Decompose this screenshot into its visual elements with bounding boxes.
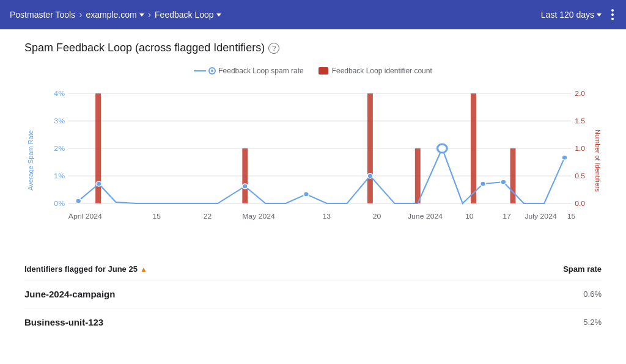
col-spam-rate-header: Spam rate — [563, 264, 602, 274]
chevron-down-icon-2 — [216, 13, 221, 16]
svg-text:20: 20 — [373, 213, 381, 220]
y-axis-left-label: Average Spam Rate — [24, 81, 34, 240]
svg-text:4%: 4% — [54, 90, 65, 97]
breadcrumb: Postmaster Tools › example.com › Feedbac… — [10, 9, 221, 20]
legend-spam-rate-label: Feedback Loop spam rate — [218, 67, 303, 75]
separator-1: › — [79, 9, 82, 20]
sort-icon[interactable]: ▲ — [140, 265, 147, 274]
svg-text:22: 22 — [204, 213, 212, 220]
dot-1 — [611, 9, 614, 12]
table-header: Identifiers flagged for June 25 ▲ Spam r… — [24, 258, 602, 280]
svg-text:1.5: 1.5 — [575, 117, 585, 125]
spam-rate-2: 5.2% — [583, 318, 602, 327]
svg-point-23 — [242, 184, 248, 189]
chart-container: Feedback Loop spam rate Feedback Loop id… — [24, 67, 602, 240]
date-range-dropdown[interactable]: Last 120 days — [541, 10, 602, 20]
identifier-name-1: June-2024-campaign — [24, 289, 115, 299]
svg-point-25 — [367, 173, 373, 178]
domain-dropdown[interactable]: example.com — [86, 10, 144, 20]
date-range-label: Last 120 days — [541, 10, 594, 20]
svg-point-24 — [303, 192, 309, 197]
section-label: Feedback Loop — [155, 10, 214, 20]
chevron-down-icon — [139, 13, 144, 16]
svg-text:15: 15 — [152, 213, 161, 220]
svg-point-27 — [481, 181, 486, 186]
legend-blue-dot — [210, 68, 215, 73]
more-options-button[interactable] — [609, 7, 616, 23]
svg-rect-18 — [415, 148, 421, 203]
col1-header-text: Identifiers flagged for June 25 — [24, 264, 138, 274]
legend-spam-rate: Feedback Loop spam rate — [194, 67, 303, 75]
svg-rect-20 — [510, 148, 516, 203]
svg-text:10: 10 — [465, 213, 474, 220]
dot-2 — [611, 13, 614, 16]
col-identifier-header: Identifiers flagged for June 25 ▲ — [24, 264, 147, 274]
svg-point-22 — [96, 181, 101, 186]
separator-2: › — [148, 9, 151, 20]
chevron-down-icon-3 — [597, 13, 602, 16]
col2-header-text: Spam rate — [563, 264, 602, 274]
legend-blue-line — [194, 70, 206, 71]
chart-svg: 4% 3% 2% 1% 0% 2.0 1.5 1.0 0.5 0.0 — [34, 81, 592, 240]
identifier-name-2: Business-unit-123 — [24, 317, 103, 327]
svg-text:13: 13 — [322, 213, 331, 220]
legend-identifier-count: Feedback Loop identifier count — [319, 67, 432, 75]
chart-legend: Feedback Loop spam rate Feedback Loop id… — [24, 67, 602, 75]
svg-point-21 — [76, 198, 81, 203]
app-name-link[interactable]: Postmaster Tools — [10, 10, 75, 20]
page-title: Spam Feedback Loop (across flagged Ident… — [24, 42, 602, 54]
svg-text:1%: 1% — [54, 172, 65, 180]
svg-text:1.0: 1.0 — [575, 145, 586, 152]
svg-text:0.5: 0.5 — [575, 172, 585, 180]
page-title-text: Spam Feedback Loop (across flagged Ident… — [24, 42, 265, 54]
main-content: Spam Feedback Loop (across flagged Ident… — [0, 29, 626, 348]
svg-text:2%: 2% — [54, 145, 65, 152]
dot-3 — [611, 18, 614, 20]
svg-text:0.0: 0.0 — [575, 200, 586, 207]
table-row: Business-unit-123 5.2% — [24, 308, 602, 336]
svg-text:17: 17 — [503, 213, 511, 220]
identifiers-table: Identifiers flagged for June 25 ▲ Spam r… — [24, 258, 602, 336]
svg-text:0%: 0% — [54, 200, 65, 207]
svg-rect-16 — [242, 148, 248, 203]
svg-text:July 2024: July 2024 — [525, 213, 557, 220]
legend-red-rect — [319, 67, 328, 75]
svg-text:April 2024: April 2024 — [68, 213, 103, 220]
help-icon[interactable]: ? — [268, 43, 279, 54]
app-header: Postmaster Tools › example.com › Feedbac… — [0, 0, 626, 29]
header-right-controls: Last 120 days — [541, 7, 616, 23]
svg-text:2.0: 2.0 — [575, 90, 586, 97]
svg-text:June 2024: June 2024 — [408, 213, 443, 220]
svg-rect-19 — [471, 93, 476, 203]
svg-rect-17 — [367, 93, 373, 203]
svg-text:3%: 3% — [54, 117, 65, 125]
svg-rect-15 — [95, 93, 101, 203]
legend-identifier-count-label: Feedback Loop identifier count — [332, 67, 432, 75]
domain-label: example.com — [86, 10, 136, 20]
section-dropdown[interactable]: Feedback Loop — [155, 10, 221, 20]
svg-text:15: 15 — [567, 213, 576, 220]
svg-point-28 — [501, 180, 506, 184]
y-axis-right-label: Number of Identifiers — [592, 81, 602, 240]
chart-wrapper: Average Spam Rate 4% 3% 2% 1% 0% 2.0 1.5… — [24, 81, 602, 240]
svg-text:May 2024: May 2024 — [242, 213, 275, 220]
svg-point-29 — [562, 155, 567, 160]
table-row: June-2024-campaign 0.6% — [24, 280, 602, 308]
svg-point-26 — [438, 144, 447, 153]
spam-rate-1: 0.6% — [583, 289, 602, 299]
